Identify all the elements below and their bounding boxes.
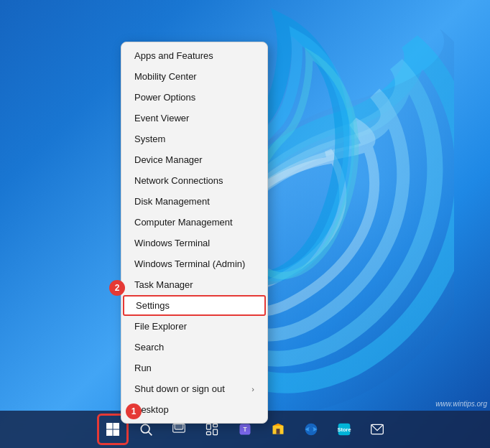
context-menu: Apps and FeaturesMobility CenterPower Op… (121, 42, 268, 424)
menu-item-power-options[interactable]: Power Options (121, 87, 267, 108)
menu-item-search[interactable]: Search (121, 337, 267, 358)
menu-item-system[interactable]: System (121, 129, 267, 149)
menu-item-apps-and-features[interactable]: Apps and Features (121, 45, 267, 66)
step-2-badge: 2 (109, 280, 125, 296)
svg-text:T: T (243, 426, 246, 433)
mail-button[interactable] (361, 414, 393, 445)
submenu-arrow-icon: › (251, 385, 254, 393)
svg-rect-7 (175, 423, 183, 429)
svg-rect-0 (106, 423, 113, 429)
menu-item-computer-management[interactable]: Computer Management (121, 212, 267, 233)
menu-item-mobility-center[interactable]: Mobility Center (121, 66, 267, 87)
svg-line-5 (149, 432, 152, 436)
menu-item-desktop[interactable]: Desktop (121, 399, 267, 420)
svg-point-4 (141, 424, 149, 433)
svg-rect-14 (277, 429, 280, 434)
svg-point-16 (309, 427, 314, 432)
menu-item-settings[interactable]: Settings (123, 295, 266, 316)
svg-rect-9 (213, 424, 218, 427)
svg-rect-2 (106, 430, 113, 437)
menu-item-task-manager[interactable]: Task Manager (121, 274, 267, 295)
svg-rect-1 (114, 423, 120, 429)
menu-item-device-manager[interactable]: Device Manager (121, 149, 267, 170)
edge-button[interactable] (295, 414, 327, 445)
menu-item-file-explorer[interactable]: File Explorer (121, 316, 267, 337)
svg-rect-10 (213, 429, 218, 435)
desktop: Apps and FeaturesMobility CenterPower Op… (0, 0, 490, 448)
menu-item-windows-terminal-(admin)[interactable]: Windows Terminal (Admin) (121, 253, 267, 274)
svg-rect-11 (207, 431, 211, 434)
menu-item-network-connections[interactable]: Network Connections (121, 170, 267, 191)
menu-item-windows-terminal[interactable]: Windows Terminal (121, 233, 267, 253)
step-1-badge: 1 (126, 403, 142, 419)
menu-item-event-viewer[interactable]: Event Viewer (121, 108, 267, 129)
svg-rect-3 (114, 430, 120, 437)
store-button[interactable]: Store (328, 414, 360, 445)
watermark: www.wintips.org (435, 400, 487, 408)
menu-item-run[interactable]: Run (121, 358, 267, 378)
menu-item-disk-management[interactable]: Disk Management (121, 191, 267, 212)
menu-item-shut-down-or-sign-out[interactable]: Shut down or sign out› (121, 378, 267, 399)
svg-rect-8 (207, 424, 211, 430)
svg-text:Store: Store (337, 426, 351, 433)
